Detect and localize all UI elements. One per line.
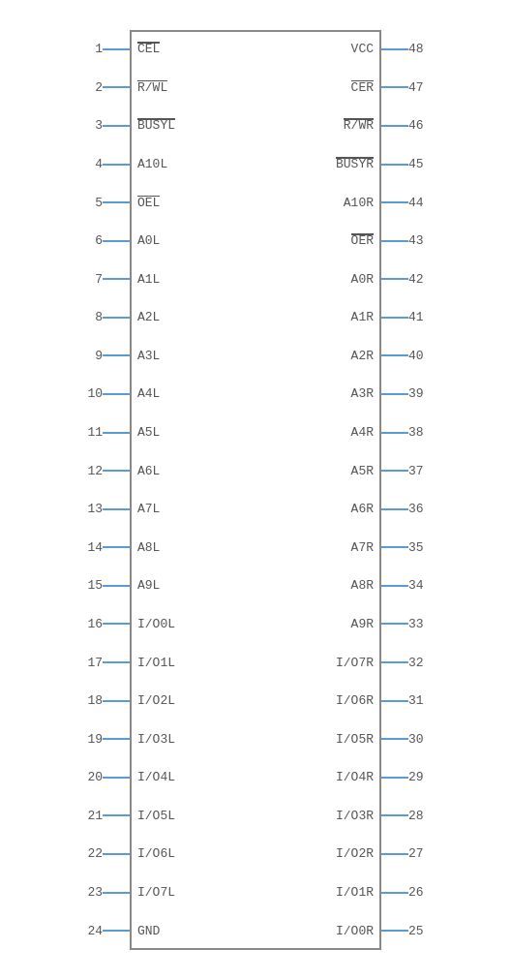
pin-label: I/O6L <box>137 846 175 861</box>
pin-number: 35 <box>408 541 430 554</box>
label-right-25: I/O0R <box>178 912 374 949</box>
pin-number: 47 <box>408 81 430 94</box>
pin-right-30: 30 <box>381 720 459 757</box>
pin-number: 18 <box>81 694 103 707</box>
pin-label: OEL <box>137 196 160 210</box>
pin-line <box>103 892 130 894</box>
pin-left-22: 22 <box>52 836 130 873</box>
label-right-39: A3R <box>178 376 374 413</box>
pin-label: I/O6R <box>336 693 374 708</box>
label-right-48: VCC <box>178 31 374 68</box>
pin-line <box>103 623 130 625</box>
pin-label: A6R <box>351 502 374 516</box>
pin-right-35: 35 <box>381 529 459 566</box>
pin-label: I/O7L <box>137 885 175 900</box>
pin-right-47: 47 <box>381 69 459 106</box>
label-right-34: A8R <box>178 567 374 604</box>
label-right-28: I/O3R <box>178 797 374 834</box>
pin-line <box>381 125 408 127</box>
pin-line <box>381 393 408 395</box>
pin-label: CEL <box>137 42 160 56</box>
pin-line <box>381 585 408 587</box>
pin-line <box>103 661 130 663</box>
pin-label: A7R <box>351 540 374 555</box>
pin-right-29: 29 <box>381 759 459 796</box>
pin-line <box>103 317 130 319</box>
pin-line <box>381 700 408 702</box>
pin-number: 15 <box>81 579 103 592</box>
label-right-36: A6R <box>178 491 374 528</box>
pin-label: R/WL <box>137 80 167 95</box>
pin-number: 36 <box>408 503 430 515</box>
pin-line <box>381 814 408 816</box>
pin-line <box>381 930 408 932</box>
pin-label: A3L <box>137 349 160 363</box>
pin-number: 3 <box>81 119 103 132</box>
pin-line <box>103 240 130 242</box>
pin-label: A9L <box>137 578 160 593</box>
pin-line <box>103 393 130 395</box>
pin-number: 40 <box>408 350 430 362</box>
label-right-33: A9R <box>178 605 374 642</box>
label-right-44: A10R <box>178 184 374 221</box>
pin-number: 43 <box>408 234 430 247</box>
label-right-29: I/O4R <box>178 759 374 796</box>
pin-right-26: 26 <box>381 874 459 911</box>
pin-line <box>103 585 130 587</box>
pin-line <box>103 546 130 548</box>
pin-left-9: 9 <box>52 337 130 374</box>
pin-label: A3R <box>351 386 374 401</box>
pin-line <box>103 470 130 472</box>
pin-number: 30 <box>408 733 430 746</box>
pin-label: R/WR <box>344 118 374 133</box>
pin-line <box>103 508 130 510</box>
pin-right-31: 31 <box>381 683 459 720</box>
pin-line <box>103 86 130 88</box>
pin-label: A4R <box>351 425 374 440</box>
pin-left-23: 23 <box>52 874 130 911</box>
pin-left-24: 24 <box>52 912 130 949</box>
pin-label: I/O4L <box>137 770 175 784</box>
pin-number: 10 <box>81 387 103 400</box>
pin-left-5: 5 <box>52 184 130 221</box>
pin-label: A7L <box>137 502 160 516</box>
pin-line <box>381 738 408 740</box>
pin-number: 28 <box>408 810 430 822</box>
pin-number: 29 <box>408 771 430 783</box>
pin-line <box>103 278 130 280</box>
pin-number: 4 <box>81 158 103 170</box>
pin-number: 12 <box>81 465 103 477</box>
pin-number: 7 <box>81 273 103 286</box>
label-right-35: A7R <box>178 529 374 566</box>
pin-number: 19 <box>81 733 103 746</box>
pin-right-44: 44 <box>381 184 459 221</box>
label-right-46: R/WR <box>178 107 374 144</box>
pins-left: 123456789101112131415161718192021222324 <box>52 30 130 950</box>
pin-number: 44 <box>408 197 430 209</box>
pin-number: 13 <box>81 503 103 515</box>
pin-label: A6L <box>137 464 160 478</box>
pin-label: A4L <box>137 386 160 401</box>
pin-left-2: 2 <box>52 69 130 106</box>
pin-line <box>381 546 408 548</box>
pin-number: 1 <box>81 43 103 55</box>
pin-label: A10R <box>344 196 374 210</box>
pin-line <box>381 470 408 472</box>
label-right-38: A4R <box>178 414 374 451</box>
pin-line <box>103 777 130 779</box>
pin-number: 21 <box>81 810 103 822</box>
pin-label: CER <box>351 80 374 95</box>
pin-label: GND <box>137 924 160 938</box>
pin-line <box>381 508 408 510</box>
pin-number: 31 <box>408 694 430 707</box>
pin-number: 5 <box>81 197 103 209</box>
pin-label: I/O1L <box>137 656 175 670</box>
pin-right-33: 33 <box>381 605 459 642</box>
label-right-27: I/O2R <box>178 836 374 873</box>
pin-right-27: 27 <box>381 836 459 873</box>
pin-label: A0R <box>351 272 374 287</box>
pin-number: 26 <box>408 886 430 899</box>
pin-number: 6 <box>81 234 103 247</box>
pin-left-18: 18 <box>52 683 130 720</box>
pin-number: 46 <box>408 119 430 132</box>
